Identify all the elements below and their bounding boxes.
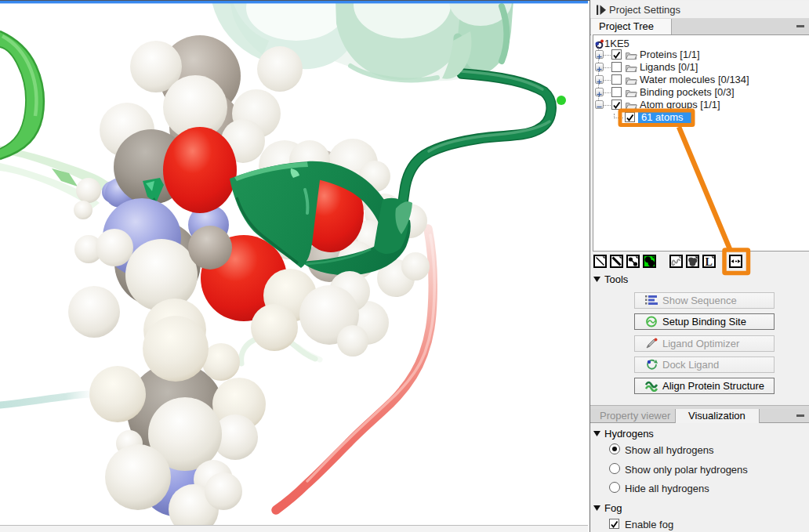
svg-text:L: L — [706, 256, 713, 266]
